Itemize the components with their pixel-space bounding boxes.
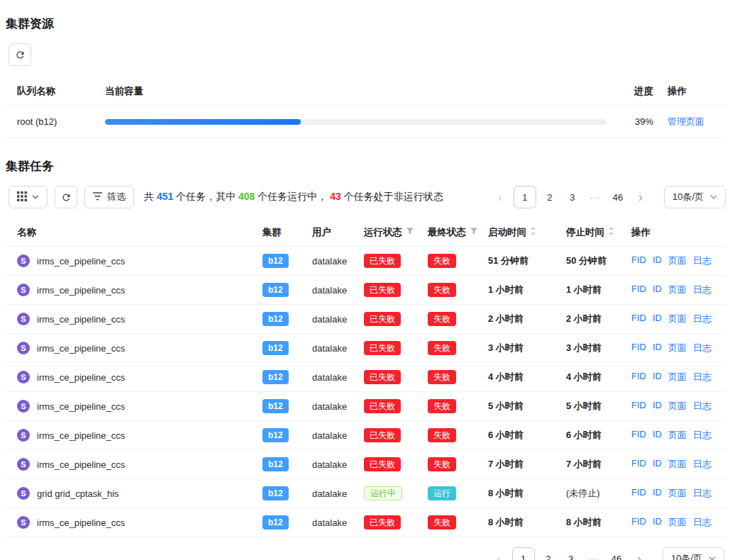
start-time: 8 小时前 (488, 516, 566, 529)
task-user: datalake (312, 285, 364, 296)
page-size-select[interactable]: 10条/页 (664, 186, 726, 208)
task-user: datalake (312, 517, 364, 528)
run-status-badge: 已失败 (364, 341, 401, 355)
table-row: S irms_ce_pipeline_ccs b12 datalake 已失败 … (6, 363, 726, 392)
action-fid-link[interactable]: FID (631, 313, 646, 325)
run-status-badge: 已失败 (364, 399, 401, 413)
sort-icon[interactable] (530, 226, 536, 238)
start-time: 7 小时前 (488, 458, 566, 471)
row-actions: FIDID页面日志 (631, 342, 714, 354)
task-user: datalake (312, 401, 364, 412)
summary-text: 共 (144, 191, 157, 202)
action-id-link[interactable]: ID (653, 458, 662, 471)
task-name: irms_ce_pipeline_ccs (37, 256, 125, 267)
page-button-3[interactable]: 3 (562, 548, 580, 560)
action-fid-link[interactable]: FID (631, 371, 646, 383)
action-fid-link[interactable]: FID (631, 516, 646, 529)
row-actions: FIDID页面日志 (631, 254, 714, 267)
tasks-table-header: 名称 集群 用户 运行状态 最终状态 启动时间 停止时间 操作 (6, 218, 726, 247)
filter-funnel-icon[interactable] (470, 227, 478, 237)
action-page-link[interactable]: 页面 (668, 284, 687, 296)
action-page-link[interactable]: 页面 (668, 342, 687, 354)
action-fid-link[interactable]: FID (631, 429, 646, 442)
action-page-link[interactable]: 页面 (668, 487, 687, 500)
action-id-link[interactable]: ID (653, 313, 662, 325)
page-size-select[interactable]: 10条/页 (663, 547, 724, 560)
action-page-link[interactable]: 页面 (668, 516, 687, 529)
filter-funnel-icon[interactable] (406, 227, 414, 237)
cluster-badge: b12 (262, 428, 289, 442)
row-actions: FIDID页面日志 (631, 516, 714, 529)
action-log-link[interactable]: 日志 (693, 313, 711, 325)
stop-time: 1 小时前 (566, 284, 631, 296)
capacity-progress-bar (105, 119, 301, 125)
action-fid-link[interactable]: FID (631, 487, 646, 500)
action-fid-link[interactable]: FID (631, 284, 646, 296)
task-name: irms_ce_pipeline_ccs (37, 459, 125, 470)
filter-icon (93, 192, 102, 203)
action-id-link[interactable]: ID (653, 254, 662, 267)
action-page-link[interactable]: 页面 (668, 254, 687, 267)
table-row: S irms_ce_pipeline_ccs b12 datalake 已失败 … (6, 421, 726, 450)
resources-refresh-button[interactable] (9, 43, 31, 66)
action-log-link[interactable]: 日志 (693, 284, 711, 296)
run-status-badge: 已失败 (364, 515, 401, 530)
manage-page-link[interactable]: 管理页面 (667, 116, 704, 127)
page-button-46[interactable]: 46 (607, 548, 626, 560)
tasks-refresh-button[interactable] (55, 186, 77, 208)
pagination-ellipsis: ··· (584, 548, 603, 560)
action-log-link[interactable]: 日志 (693, 458, 711, 471)
task-user: datalake (312, 372, 364, 383)
action-id-link[interactable]: ID (653, 400, 662, 413)
prev-page-button[interactable]: ‹ (491, 186, 509, 208)
sort-icon[interactable] (608, 226, 614, 238)
action-id-link[interactable]: ID (653, 487, 662, 500)
page-button-46[interactable]: 46 (609, 186, 627, 208)
page-button-2[interactable]: 2 (539, 548, 558, 560)
page-button-1[interactable]: 1 (512, 547, 535, 560)
filter-button[interactable]: 筛选 (84, 186, 134, 208)
task-name: irms_ce_pipeline_ccs (37, 401, 125, 412)
page-button-3[interactable]: 3 (563, 186, 582, 208)
action-log-link[interactable]: 日志 (693, 371, 711, 383)
run-status-badge: 已失败 (364, 370, 401, 384)
next-page-button[interactable]: › (630, 548, 648, 560)
action-page-link[interactable]: 页面 (668, 458, 687, 471)
action-id-link[interactable]: ID (653, 516, 662, 529)
action-fid-link[interactable]: FID (631, 400, 646, 413)
action-id-link[interactable]: ID (653, 371, 662, 383)
col-current-capacity: 当前容量 (105, 85, 615, 98)
action-log-link[interactable]: 日志 (693, 254, 711, 267)
col-run-status: 运行状态 (364, 226, 428, 239)
task-type-avatar: S (17, 458, 30, 471)
action-id-link[interactable]: ID (653, 429, 662, 442)
page-button-2[interactable]: 2 (541, 186, 559, 208)
action-log-link[interactable]: 日志 (693, 429, 711, 442)
next-page-button[interactable]: › (631, 186, 650, 208)
action-id-link[interactable]: ID (653, 284, 662, 296)
col-start-time: 启动时间 (488, 226, 566, 239)
action-log-link[interactable]: 日志 (693, 487, 711, 500)
column-settings-button[interactable] (9, 186, 48, 208)
stop-time: 5 小时前 (566, 400, 631, 413)
action-fid-link[interactable]: FID (631, 254, 646, 267)
action-log-link[interactable]: 日志 (693, 342, 711, 354)
action-fid-link[interactable]: FID (631, 458, 646, 471)
cluster-badge: b12 (262, 457, 289, 471)
prev-page-button[interactable]: ‹ (489, 548, 508, 560)
run-status-badge: 已失败 (364, 283, 401, 297)
final-status-badge: 失败 (428, 341, 456, 355)
action-id-link[interactable]: ID (653, 342, 662, 354)
stop-time: 6 小时前 (566, 429, 631, 442)
task-user: datalake (312, 343, 364, 354)
stop-time: 50 分钟前 (566, 254, 631, 267)
action-page-link[interactable]: 页面 (668, 313, 687, 325)
action-fid-link[interactable]: FID (631, 342, 646, 354)
action-page-link[interactable]: 页面 (668, 371, 687, 383)
action-log-link[interactable]: 日志 (693, 516, 711, 529)
action-page-link[interactable]: 页面 (668, 400, 687, 413)
page-button-1[interactable]: 1 (514, 186, 536, 208)
action-log-link[interactable]: 日志 (693, 400, 711, 413)
start-time: 8 小时前 (488, 487, 566, 500)
action-page-link[interactable]: 页面 (668, 429, 687, 442)
